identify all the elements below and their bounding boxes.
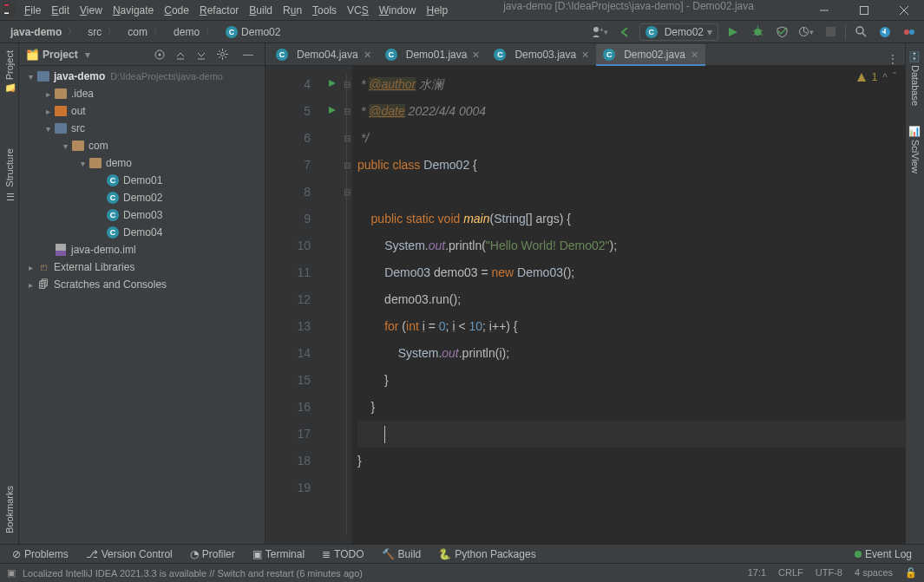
- sidebar-project-tab[interactable]: 📁Project: [3, 45, 15, 100]
- menu-navigate[interactable]: Navigate: [108, 0, 159, 21]
- tab-more-icon[interactable]: ⋮: [881, 53, 905, 65]
- readonly-icon[interactable]: 🔓: [905, 567, 917, 579]
- line-numbers: 45678910111213141516171819: [265, 66, 323, 544]
- profiler-button[interactable]: ▾: [796, 23, 816, 42]
- inspection-summary[interactable]: 1 ^ˇ: [856, 71, 896, 83]
- tree-com[interactable]: ▾com: [19, 137, 265, 154]
- svg-line-20: [862, 33, 866, 36]
- code-content[interactable]: * @author 水澜 * @date 2022/4/4 0004 */pub…: [352, 66, 905, 544]
- menu-edit[interactable]: Edit: [46, 0, 75, 21]
- code-editor[interactable]: 1 ^ˇ 45678910111213141516171819 ⊟⊟⊟⊟⊟ * …: [265, 66, 905, 544]
- warning-icon: ⊘: [12, 548, 21, 560]
- project-panel-title[interactable]: 🗂️ Project ▾: [26, 49, 90, 61]
- menu-help[interactable]: Help: [421, 0, 453, 21]
- tool-python-packages[interactable]: 🐍Python Packages: [429, 545, 544, 563]
- back-arrow-icon[interactable]: [615, 23, 634, 42]
- bottom-tool-bar: ⊘Problems ⎇Version Control ◔Profiler ▣Te…: [0, 544, 924, 563]
- svg-line-34: [225, 50, 226, 52]
- sidebar-structure-tab[interactable]: ☰Structure: [3, 143, 15, 207]
- caret-position[interactable]: 17:1: [748, 567, 766, 579]
- tab-demo04[interactable]: Demo04.java✕: [269, 44, 378, 65]
- hide-panel-icon[interactable]: —: [239, 45, 258, 64]
- search-button[interactable]: [851, 23, 870, 42]
- svg-point-19: [856, 27, 863, 34]
- crumb-demo[interactable]: demo〉: [168, 21, 220, 43]
- run-button[interactable]: [724, 23, 743, 42]
- notification-dot-icon: [855, 551, 862, 558]
- fold-gutter[interactable]: ⊟⊟⊟⊟⊟: [342, 66, 352, 544]
- menu-window[interactable]: Window: [374, 0, 422, 21]
- sync-button[interactable]: [875, 23, 895, 42]
- indent-setting[interactable]: 4 spaces: [855, 567, 893, 579]
- menu-refactor[interactable]: Refactor: [194, 0, 244, 21]
- project-tree: ▾java-demoD:\IdeaProjects\java-demo ▸.id…: [19, 66, 265, 544]
- tree-class-demo01[interactable]: Demo01: [19, 172, 265, 189]
- ide-updates-button[interactable]: [900, 23, 919, 42]
- close-icon[interactable]: ✕: [472, 49, 480, 61]
- line-separator[interactable]: CRLF: [778, 567, 803, 579]
- library-icon: ⏍: [36, 260, 50, 274]
- close-icon[interactable]: ✕: [581, 49, 589, 61]
- tool-build[interactable]: 🔨Build: [373, 545, 430, 563]
- close-button[interactable]: [884, 0, 924, 21]
- close-icon[interactable]: ✕: [364, 49, 371, 61]
- crumb-project[interactable]: java-demo〉: [5, 21, 82, 43]
- menu-vcs[interactable]: VCS: [342, 0, 374, 21]
- tool-version-control[interactable]: ⎇Version Control: [77, 545, 181, 563]
- tree-scratches[interactable]: ▸🗐Scratches and Consoles: [19, 276, 265, 293]
- expand-all-icon[interactable]: [171, 45, 190, 64]
- app-icon: [0, 0, 19, 19]
- collapse-all-icon[interactable]: [192, 45, 211, 64]
- menu-tools[interactable]: Tools: [307, 0, 342, 21]
- hammer-icon: 🔨: [382, 548, 395, 560]
- file-encoding[interactable]: UTF-8: [816, 567, 842, 579]
- tree-class-demo02[interactable]: Demo02: [19, 189, 265, 206]
- sidebar-database-tab[interactable]: 🗄️Database: [909, 45, 921, 111]
- tab-demo03[interactable]: Demo03.java✕: [487, 44, 596, 65]
- svg-line-11: [753, 30, 755, 31]
- menu-run[interactable]: Run: [278, 0, 307, 21]
- svg-rect-1: [4, 4, 9, 6]
- crumb-com[interactable]: com〉: [122, 21, 168, 43]
- tree-idea[interactable]: ▸.idea: [19, 85, 265, 102]
- editor-tabs: Demo04.java✕ Demo01.java✕ Demo03.java✕ D…: [265, 43, 905, 66]
- sidebar-bookmarks-tab[interactable]: Bookmarks: [4, 481, 15, 539]
- tree-class-demo04[interactable]: Demo04: [19, 224, 265, 241]
- debug-button[interactable]: [748, 23, 767, 42]
- tree-external-libs[interactable]: ▸⏍External Libraries: [19, 258, 265, 276]
- tree-root[interactable]: ▾java-demoD:\IdeaProjects\java-demo: [19, 68, 265, 85]
- settings-icon[interactable]: [213, 45, 232, 64]
- tool-problems[interactable]: ⊘Problems: [3, 545, 77, 563]
- toolwindow-toggle-icon[interactable]: ▣: [7, 567, 16, 579]
- select-opened-file-icon[interactable]: [150, 45, 169, 64]
- maximize-button[interactable]: [844, 0, 884, 21]
- tool-todo[interactable]: ≣TODO: [313, 545, 372, 563]
- sidebar-sciview-tab[interactable]: 📊SciView: [909, 120, 921, 179]
- tree-src[interactable]: ▾src: [19, 120, 265, 137]
- tool-event-log[interactable]: Event Log: [846, 545, 921, 563]
- status-bar: ▣ Localized IntelliJ IDEA 2021.3.3 is av…: [0, 563, 924, 582]
- tree-class-demo03[interactable]: Demo03: [19, 206, 265, 224]
- crumb-src[interactable]: src〉: [82, 21, 122, 43]
- svg-line-36: [225, 56, 226, 58]
- breadcrumb: java-demo〉 src〉 com〉 demo〉 Demo02: [0, 21, 285, 43]
- menu-file[interactable]: File: [19, 0, 46, 21]
- menu-view[interactable]: View: [75, 0, 108, 21]
- menu-build[interactable]: Build: [244, 0, 278, 21]
- tool-terminal[interactable]: ▣Terminal: [244, 545, 313, 563]
- run-gutter[interactable]: [323, 66, 342, 544]
- tree-iml[interactable]: java-demo.iml: [19, 241, 265, 258]
- stop-button[interactable]: [821, 23, 840, 42]
- crumb-class[interactable]: Demo02: [220, 21, 285, 43]
- run-config-selector[interactable]: Demo02 ▾: [639, 23, 718, 41]
- tool-profiler[interactable]: ◔Profiler: [181, 545, 244, 563]
- tab-demo02[interactable]: Demo02.java✕: [596, 44, 705, 65]
- user-add-icon[interactable]: +▾: [591, 23, 610, 42]
- tab-demo01[interactable]: Demo01.java✕: [378, 44, 488, 65]
- close-icon[interactable]: ✕: [691, 49, 698, 61]
- tree-demo[interactable]: ▾demo: [19, 154, 265, 172]
- minimize-button[interactable]: [804, 0, 844, 21]
- tree-out[interactable]: ▸out: [19, 102, 265, 120]
- coverage-button[interactable]: [772, 23, 791, 42]
- menu-code[interactable]: Code: [159, 0, 194, 21]
